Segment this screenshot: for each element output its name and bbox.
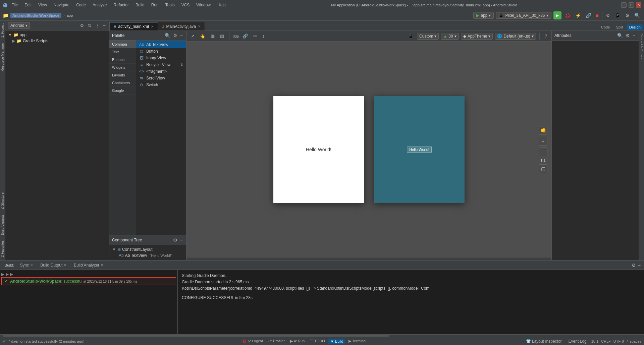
menu-code[interactable]: Code [75, 2, 87, 8]
close-build-output-tab[interactable]: ✕ [64, 263, 66, 267]
attributes-search-button[interactable]: 🔍 [616, 32, 624, 39]
profiler-button[interactable]: ☍ Profiler [266, 338, 287, 344]
help-button[interactable]: ? [543, 33, 549, 40]
build-item-main[interactable]: ✔ AndroidStudio-WorkSpace: successful at… [1, 277, 176, 285]
attributes-settings-button[interactable]: ⚙ [625, 32, 631, 39]
menu-view[interactable]: View [37, 2, 48, 8]
palette-item-fragment[interactable]: <> <fragment> [136, 68, 186, 75]
project-name[interactable]: AndroidStudio-WorkSpace [10, 13, 61, 18]
sidebar-tab-structure[interactable]: Z-Structure [0, 190, 5, 212]
custom-dropdown[interactable]: Custom ▾ [417, 33, 439, 40]
logcat-button[interactable]: 🐞 6: Logcat [240, 338, 265, 344]
close-build-analyzer-tab[interactable]: ✕ [101, 263, 103, 267]
bottom-scrollbar[interactable] [0, 334, 644, 337]
sidebar-tab-build-variants[interactable]: Build Variants [0, 212, 5, 238]
menu-file[interactable]: File [10, 2, 19, 8]
ct-item-constraintlayout[interactable]: ▼ ⊞ ConstraintLayout [111, 246, 185, 252]
palette-item-imageview[interactable]: 🖼 ImageView [136, 55, 186, 61]
avd-manager-button[interactable]: 📱 [613, 12, 622, 19]
panel-settings-button[interactable]: ⋮ [94, 22, 100, 29]
tree-item-app[interactable]: ▼ 📁 app [7, 32, 108, 38]
event-log-button[interactable]: Event Log [567, 338, 589, 344]
menu-analyze[interactable]: Analyze [91, 2, 108, 8]
constraint-mode-button[interactable]: ▤ [218, 33, 226, 40]
zoom-out-button[interactable]: 👊 [539, 126, 547, 135]
menu-help[interactable]: Help [216, 2, 227, 8]
terminal-button[interactable]: ▶ Terminal [346, 338, 368, 344]
attributes-close-button[interactable]: − [632, 32, 636, 39]
close-button[interactable]: ✕ [636, 2, 641, 8]
menu-refactor[interactable]: Refactor [112, 2, 130, 8]
close-sync-tab[interactable]: ✕ [30, 263, 33, 267]
theme-dropdown[interactable]: ◆ AppTheme ▾ [461, 33, 493, 40]
attach-debugger-button[interactable]: 🔗 [584, 12, 593, 19]
menu-vcs[interactable]: VCS [180, 2, 191, 8]
ct-item-textview[interactable]: Ab Ab TextView "Hello World!" [111, 252, 185, 258]
palette-cat-containers[interactable]: Containers [109, 79, 136, 87]
settings-button[interactable]: ⚙ [624, 12, 631, 19]
device-dropdown[interactable]: 📱 Pixel_3a_API_30_x86 ▾ [496, 12, 551, 19]
sdk-manager-button[interactable]: ⚙ [604, 12, 611, 19]
profile-button[interactable]: ⚡ [574, 12, 582, 19]
menu-edit[interactable]: Edit [23, 2, 33, 8]
menu-navigate[interactable]: Navigate [52, 2, 71, 8]
magic-wand-button[interactable]: ✂ [252, 33, 259, 40]
debug-button[interactable]: 🐞 [564, 12, 572, 19]
palette-cat-buttons[interactable]: Buttons [109, 56, 136, 64]
zoom-in-button[interactable]: + [539, 137, 547, 146]
tree-item-gradle[interactable]: ▶ 📁 Gradle Scripts [7, 38, 108, 44]
maximize-button[interactable]: □ [629, 2, 634, 8]
ct-settings-button[interactable]: ⚙ [172, 237, 178, 243]
bottom-tab-build-output[interactable]: Build Output ✕ [37, 262, 70, 268]
zoom-minus-button[interactable]: − [539, 148, 547, 156]
bottom-tab-sync[interactable]: Sync ✕ [17, 262, 37, 268]
build-bottom-button[interactable]: ▼ Build [328, 339, 345, 344]
design-view-button[interactable]: Design [627, 24, 643, 30]
panel-gear-button[interactable]: ⚙ [79, 22, 85, 29]
ct-close-button[interactable]: − [179, 237, 183, 243]
close-tab-java[interactable]: ✕ [198, 24, 201, 28]
run-button[interactable]: ▶ [553, 11, 561, 19]
select-tool-button[interactable]: ➚ [189, 33, 196, 40]
code-view-button[interactable]: Code [598, 24, 612, 30]
menu-tools[interactable]: Tools [164, 2, 176, 8]
palette-cat-widgets[interactable]: Widgets [109, 64, 136, 71]
palette-item-switch[interactable]: ⊙ Switch [136, 81, 186, 88]
run-bottom-button[interactable]: ▶ 4: Run [288, 338, 307, 344]
align-button[interactable]: ↕ [261, 33, 266, 40]
panel-sort-button[interactable]: ⇅ [87, 22, 92, 29]
sidebar-tab-project[interactable]: 1: Project [0, 21, 5, 40]
zoom-fit-button[interactable]: ▢ [539, 164, 547, 173]
menu-build[interactable]: Build [134, 2, 146, 8]
palette-item-scrollview[interactable]: ↹ ScrollView [136, 75, 186, 81]
tab-activity-main-xml[interactable]: ■ activity_main.xml ✕ [109, 22, 158, 31]
palette-cat-text[interactable]: Text [109, 48, 136, 56]
panel-close-button[interactable]: − [102, 22, 106, 29]
palette-item-button[interactable]: □ Button [136, 48, 186, 55]
search-button[interactable]: 🔍 [633, 12, 641, 19]
palette-search-button[interactable]: 🔍 [164, 32, 171, 39]
palette-close-button[interactable]: − [179, 32, 183, 39]
todo-button[interactable]: ☰ TODO [308, 338, 327, 344]
bottom-close-button[interactable]: − [637, 262, 641, 269]
sidebar-tab-resource[interactable]: Resource Manager [0, 40, 5, 74]
locale-dropdown[interactable]: 🌐 Default (en-us) ▾ [495, 33, 536, 40]
android-view-dropdown[interactable]: Android ▾ [8, 22, 30, 29]
layout-inspector-button[interactable]: 👕 Layout Inspector [524, 338, 564, 344]
palette-item-abtextview[interactable]: Ab Ab TextView [136, 41, 186, 48]
right-tab-device-file[interactable]: Device File Explorer [639, 31, 644, 63]
add-constraint-button[interactable]: 🔗 [241, 33, 250, 40]
menu-window[interactable]: Window [195, 2, 212, 8]
run-config-dropdown[interactable]: ▶ app ▾ [473, 12, 494, 19]
blueprint-toggle-button[interactable]: ▦ [209, 33, 216, 40]
api-dropdown[interactable]: ▲ 30 ▾ [441, 33, 459, 40]
split-view-button[interactable]: Split [613, 24, 626, 30]
minimize-button[interactable]: − [621, 2, 627, 8]
canvas-h-scrollbar[interactable] [186, 257, 551, 260]
palette-settings-button[interactable]: ⚙ [172, 32, 178, 39]
palette-cat-common[interactable]: Common [109, 41, 136, 48]
palette-cat-google[interactable]: Google [109, 87, 136, 95]
tab-mainactivity-java[interactable]: J MainActivity.java ✕ [158, 22, 205, 31]
sidebar-tab-favorites[interactable]: 2-Favorites [0, 238, 5, 260]
menu-run[interactable]: Run [150, 2, 160, 8]
